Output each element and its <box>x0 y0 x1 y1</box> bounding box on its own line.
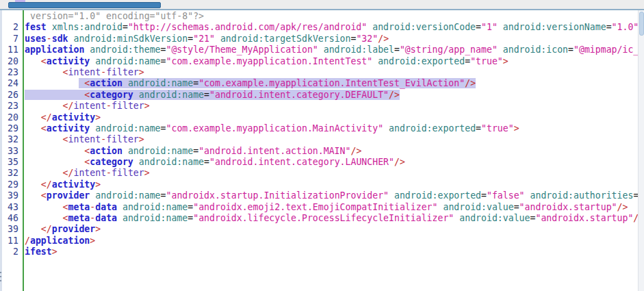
line-text: fest xmlns:android="http://schemas.andro… <box>25 22 639 33</box>
code-area[interactable]: version="1.0" encoding="utf-8"?>2fest xm… <box>0 11 644 258</box>
line-number[interactable]: 29 <box>0 123 21 134</box>
app-window: version="1.0" encoding="utf-8"?>2fest xm… <box>0 0 644 291</box>
code-line[interactable]: 26 <category android:name="android.inten… <box>0 90 644 101</box>
code-line[interactable]: 29 </activity> <box>0 179 644 190</box>
line-text: </intent-filter> <box>25 168 150 179</box>
line-text: version="1.0" encoding="utf-8"?> <box>25 11 204 22</box>
selection-highlight: <category android:name="android.intent.c… <box>25 90 400 100</box>
line-number[interactable]: 26 <box>0 90 21 101</box>
line-text: <intent-filter> <box>25 67 144 78</box>
line-text: <category android:name="android.intent.c… <box>25 90 400 101</box>
code-line[interactable]: 29 <activity android:name="com.example.m… <box>0 123 644 134</box>
line-number[interactable]: 39 <box>0 224 21 235</box>
code-line[interactable]: 11/application> <box>0 236 644 246</box>
line-number[interactable]: 33 <box>0 146 21 157</box>
splitter-grip-dot <box>0 280 1 281</box>
code-line[interactable]: 23 </intent-filter> <box>0 101 644 112</box>
line-text: <activity android:name="com.example.myap… <box>25 123 519 134</box>
code-line[interactable]: 35 <category android:name="android.inten… <box>0 157 644 168</box>
line-text: /application> <box>25 236 95 246</box>
line-text: <action android:name="android.intent.act… <box>25 146 361 157</box>
line-text: ifest> <box>25 246 57 257</box>
line-number[interactable]: 7 <box>0 34 21 45</box>
code-line[interactable]: version="1.0" encoding="utf-8"?> <box>0 11 644 22</box>
selection-highlight: <action android:name="com.example.myappl… <box>79 78 476 88</box>
horizontal-scrollbar-thumb[interactable] <box>8 2 161 8</box>
code-editor[interactable]: version="1.0" encoding="utf-8"?>2fest xm… <box>0 10 644 291</box>
line-text: </intent-filter> <box>25 101 150 112</box>
splitter-grip-dot <box>0 272 1 273</box>
line-number[interactable]: 2 <box>0 22 21 33</box>
code-line[interactable]: 32 <intent-filter> <box>0 134 644 145</box>
line-text: </activity> <box>25 179 101 190</box>
line-text: uses-sdk android:minSdkVersion="21" andr… <box>25 34 389 45</box>
line-text: </provider> <box>25 224 101 235</box>
line-number[interactable]: 24 <box>0 78 21 89</box>
line-number[interactable]: 20 <box>0 112 21 123</box>
line-text: <meta-data android:name="androidx.emoji2… <box>25 202 628 213</box>
code-line[interactable]: 33 <action android:name="android.intent.… <box>0 146 644 157</box>
line-number[interactable]: 11 <box>0 45 21 55</box>
code-line[interactable]: 11application android:theme="@style/Them… <box>0 45 644 55</box>
line-number[interactable]: 35 <box>0 157 21 168</box>
line-text: application android:theme="@style/Theme_… <box>25 45 639 55</box>
line-number[interactable]: 46 <box>0 213 21 224</box>
code-line[interactable]: 7uses-sdk android:minSdkVersion="21" and… <box>0 34 644 45</box>
code-line[interactable]: 39 <provider android:name="androidx.star… <box>0 190 644 201</box>
line-number[interactable]: 32 <box>0 168 21 179</box>
line-text: </activity> <box>25 112 101 123</box>
code-line[interactable]: 20 <activity android:name="com.example.m… <box>0 56 644 67</box>
line-number[interactable]: 23 <box>0 67 21 78</box>
line-text: <category android:name="android.intent.c… <box>25 157 405 168</box>
code-line[interactable]: 39 </provider> <box>0 224 644 235</box>
line-number[interactable]: 43 <box>0 202 21 213</box>
top-horizontal-scrollbar <box>0 0 644 10</box>
line-number[interactable]: 39 <box>0 190 21 201</box>
line-number[interactable]: 29 <box>0 179 21 190</box>
line-number[interactable]: 32 <box>0 134 21 145</box>
vertical-scrollbar-thumb[interactable] <box>639 12 644 36</box>
line-text: <action android:name="com.example.myappl… <box>25 78 476 89</box>
line-number[interactable]: 11 <box>0 236 21 246</box>
code-line[interactable]: 23 <intent-filter> <box>0 67 644 78</box>
code-line[interactable]: 20 </activity> <box>0 112 644 123</box>
code-line[interactable]: 43 <meta-data android:name="androidx.emo… <box>0 202 644 213</box>
line-text: <activity android:name="com.example.myap… <box>25 56 508 67</box>
line-text: <intent-filter> <box>25 134 144 145</box>
code-line[interactable]: 46 <meta-data android:name="androidx.lif… <box>0 213 644 224</box>
line-number[interactable]: 2 <box>0 246 21 257</box>
line-text: <provider android:name="androidx.startup… <box>25 190 639 201</box>
line-number[interactable]: 20 <box>0 56 21 67</box>
splitter-grip-dot <box>0 276 1 277</box>
code-line[interactable]: 2fest xmlns:android="http://schemas.andr… <box>0 22 644 33</box>
line-number[interactable]: 23 <box>0 101 21 112</box>
vertical-scrollbar[interactable] <box>638 10 644 291</box>
code-line[interactable]: 24 <action android:name="com.example.mya… <box>0 78 644 89</box>
line-text: <meta-data android:name="androidx.lifecy… <box>25 213 639 224</box>
code-line[interactable]: 32 </intent-filter> <box>0 168 644 179</box>
code-line[interactable]: 2ifest> <box>0 246 644 257</box>
